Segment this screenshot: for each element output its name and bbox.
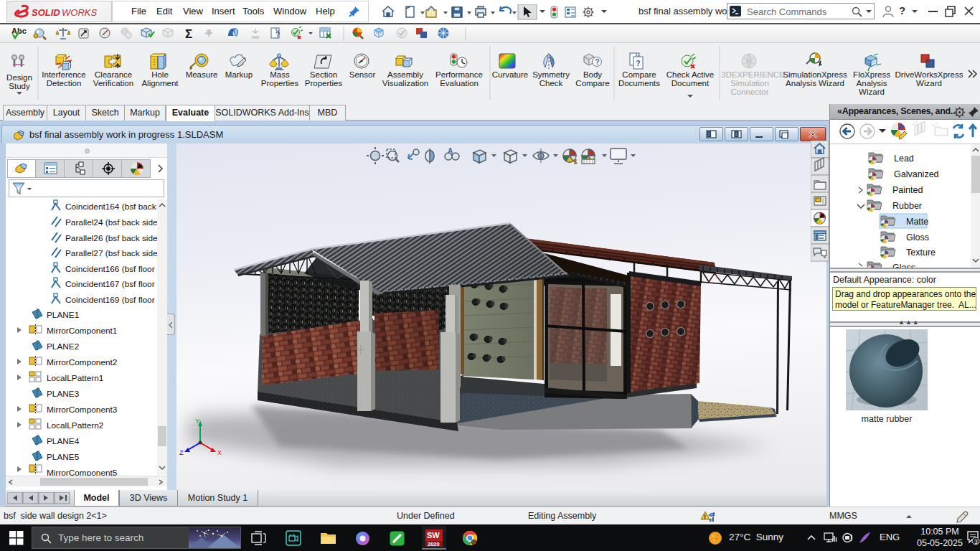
svg-text:Σ: Σ — [185, 27, 192, 41]
svg-text:Y: Y — [195, 418, 199, 425]
svg-text:LocalLPattern2: LocalLPattern2 — [47, 420, 103, 430]
svg-text:Matte: Matte — [906, 217, 928, 227]
svg-text:?: ? — [636, 59, 641, 67]
svg-text:Z: Z — [179, 449, 184, 456]
svg-text:Coincident169 (bsf floor d: Coincident169 (bsf floor d — [65, 295, 157, 305]
svg-text:Coincident167 (bsf floor d: Coincident167 (bsf floor d — [65, 279, 157, 289]
svg-text:Coincident164 (bsf back si: Coincident164 (bsf back si — [65, 202, 157, 212]
svg-text:SW: SW — [427, 531, 440, 540]
svg-text:Abc: Abc — [11, 27, 27, 35]
svg-text:2020: 2020 — [428, 541, 440, 547]
svg-text:PLANE2: PLANE2 — [47, 342, 79, 352]
svg-text:Lead: Lead — [894, 154, 914, 164]
svg-text:Rubber: Rubber — [892, 201, 922, 211]
svg-text:Galvanized: Galvanized — [894, 169, 939, 179]
svg-text:LocalLPattern1: LocalLPattern1 — [47, 373, 103, 383]
svg-text:PLANE1: PLANE1 — [47, 310, 79, 320]
svg-text:Parallel24 (bsf back side w: Parallel24 (bsf back side w — [65, 217, 157, 227]
svg-text:?: ? — [275, 31, 280, 39]
svg-text:SOLID: SOLID — [32, 7, 60, 18]
svg-text:X: X — [217, 449, 222, 456]
svg-text:WORKS: WORKS — [62, 7, 97, 18]
svg-text:Gloss: Gloss — [906, 232, 929, 242]
svg-text:A: A — [448, 147, 453, 155]
svg-text:MirrorComponent1: MirrorComponent1 — [47, 326, 117, 336]
svg-text:Coincident166 (bsf floor d: Coincident166 (bsf floor d — [65, 264, 157, 274]
svg-text:MirrorComponent2: MirrorComponent2 — [47, 357, 117, 367]
svg-text:Texture: Texture — [906, 248, 936, 258]
svg-text:MirrorComponent3: MirrorComponent3 — [47, 405, 118, 415]
svg-text:Parallel27 (bsf back side w: Parallel27 (bsf back side w — [65, 248, 157, 258]
svg-text:3: 3 — [974, 538, 978, 545]
svg-text:!: ! — [704, 513, 706, 520]
svg-text:PLANE4: PLANE4 — [47, 436, 80, 446]
svg-text:Parallel26 (bsf back side w: Parallel26 (bsf back side w — [65, 233, 157, 243]
svg-text:Painted: Painted — [892, 185, 923, 195]
svg-text:PLANE3: PLANE3 — [47, 389, 80, 399]
svg-text:PLANE5: PLANE5 — [47, 452, 80, 462]
svg-text:?: ? — [595, 58, 600, 66]
